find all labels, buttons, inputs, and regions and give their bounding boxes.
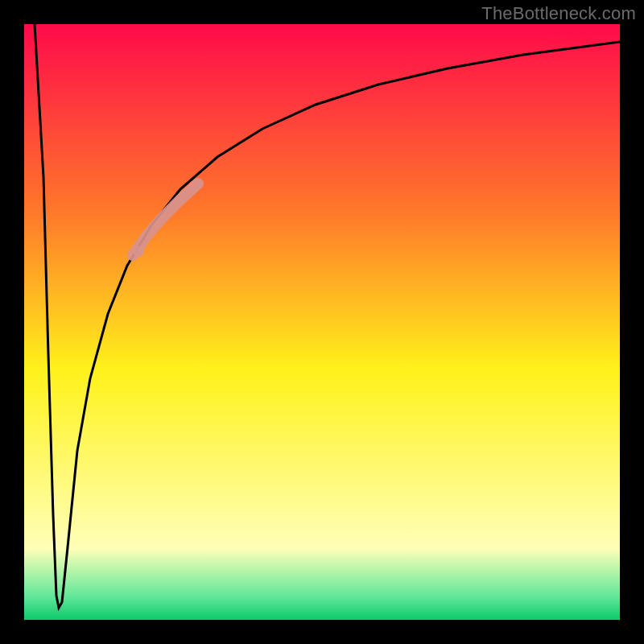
curve-highlight-dot: [133, 246, 144, 257]
chart-stage: TheBottleneck.com: [0, 0, 644, 644]
plot-area: [24, 24, 620, 620]
watermark-text: TheBottleneck.com: [481, 3, 636, 24]
chart-svg: [0, 0, 644, 644]
